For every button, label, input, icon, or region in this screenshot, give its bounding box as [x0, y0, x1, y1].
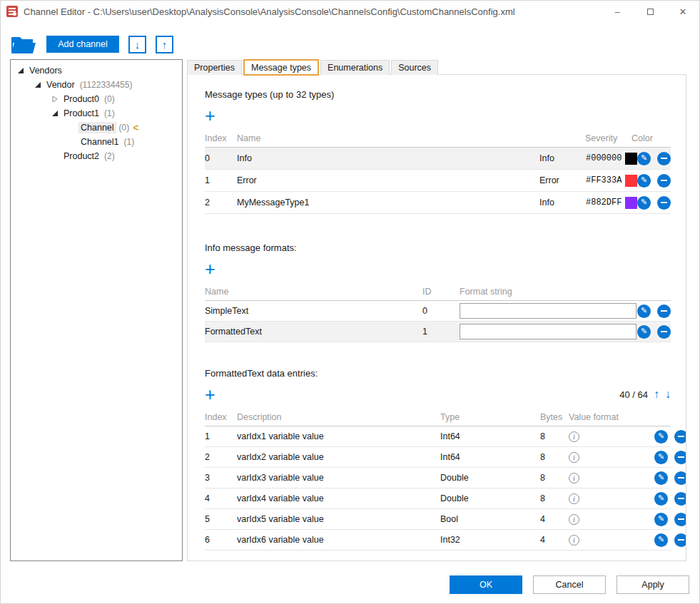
tab-enumerations[interactable]: Enumerations: [320, 60, 390, 75]
edit-button[interactable]: ✎: [637, 174, 651, 188]
apply-button[interactable]: Apply: [617, 575, 689, 594]
tab-properties[interactable]: Properties: [187, 60, 242, 75]
data-entry-row[interactable]: 3 varIdx3 variable value Double 8 i ✎: [205, 468, 671, 488]
info-formats-header: Name ID Format string: [205, 282, 671, 301]
pencil-icon: ✎: [641, 307, 647, 314]
value-format-info-icon[interactable]: i: [569, 535, 579, 546]
remove-button[interactable]: [657, 196, 671, 210]
edit-button[interactable]: ✎: [637, 325, 651, 339]
message-type-row[interactable]: 0 Info Info #000000 ✎: [205, 148, 671, 170]
edit-button[interactable]: ✎: [637, 304, 651, 318]
cell-severity: Error: [539, 175, 586, 185]
value-format-info-icon[interactable]: i: [569, 473, 579, 483]
edit-button[interactable]: ✎: [654, 533, 668, 547]
edit-button[interactable]: ✎: [637, 196, 651, 210]
cell-index: 4: [205, 493, 237, 503]
cell-index: 3: [205, 473, 237, 483]
remove-button[interactable]: [674, 513, 686, 526]
add-format-button[interactable]: +: [205, 261, 220, 277]
remove-button[interactable]: [657, 325, 671, 339]
remove-button[interactable]: [674, 430, 686, 444]
value-format-info-icon[interactable]: i: [569, 493, 579, 504]
edit-button[interactable]: ✎: [654, 430, 668, 444]
tree-item-product2[interactable]: Product2 (2): [11, 149, 182, 163]
message-type-row[interactable]: 1 Error Error #FF333A ✎: [205, 170, 671, 192]
tree-item-product0[interactable]: Product0 (0): [11, 92, 182, 106]
tree-item-channel[interactable]: Channel (0) <: [11, 121, 182, 135]
cell-bytes: 8: [540, 452, 569, 462]
remove-button[interactable]: [674, 471, 686, 485]
remove-button[interactable]: [674, 492, 686, 506]
tree-item-channel1[interactable]: Channel1 (1): [11, 135, 182, 149]
edit-button[interactable]: ✎: [654, 513, 668, 526]
open-file-button[interactable]: [11, 35, 36, 54]
move-up-button[interactable]: ↑: [156, 36, 173, 53]
tree-item-product1[interactable]: Product1 (1): [11, 106, 182, 121]
expander-collapsed-icon[interactable]: [51, 96, 59, 103]
tree-item-count: (2): [104, 151, 115, 161]
maximize-button[interactable]: [634, 1, 666, 22]
expander-expanded-icon[interactable]: [17, 67, 24, 74]
cell-type: Int64: [440, 431, 540, 441]
ok-button[interactable]: OK: [450, 575, 522, 594]
tree-item-vendor[interactable]: Vendor (1122334455): [11, 78, 182, 92]
data-entries-section-title: FormattedText data entries:: [205, 368, 671, 379]
entries-counter: 40 / 64: [619, 389, 648, 400]
add-data-entry-button[interactable]: +: [205, 387, 220, 402]
format-string-input[interactable]: [460, 303, 636, 319]
cell-description: varIdx5 variable value: [237, 514, 440, 524]
data-entry-row[interactable]: 4 varIdx4 variable value Double 8 i ✎: [205, 488, 671, 509]
cell-index: 2: [205, 198, 237, 208]
tree-item-count: (1): [124, 137, 135, 147]
folder-icon: [11, 35, 36, 54]
expander-expanded-icon[interactable]: [51, 110, 59, 117]
tab-message-types[interactable]: Message types: [243, 59, 319, 76]
cell-type: Bool: [440, 514, 540, 524]
move-down-button[interactable]: ↓: [128, 36, 146, 53]
data-entry-row[interactable]: 6 varIdx6 variable value Int32 4 i ✎: [205, 530, 671, 551]
remove-button[interactable]: [674, 533, 686, 547]
tree-item-label: Channel1: [78, 136, 121, 148]
close-button[interactable]: ✕: [666, 1, 699, 22]
cell-name: Error: [237, 175, 539, 185]
move-entry-up-button[interactable]: ↑: [654, 388, 659, 401]
add-message-type-button[interactable]: +: [205, 108, 220, 123]
remove-button[interactable]: [657, 152, 671, 165]
remove-button[interactable]: [657, 304, 671, 318]
message-type-row[interactable]: 2 MyMessageType1 Info #882DFF ✎: [205, 192, 671, 214]
data-entry-row[interactable]: 1 varIdx1 variable value Int64 8 i ✎: [205, 426, 671, 447]
move-entry-down-button[interactable]: ↓: [665, 388, 671, 401]
tree-item-count: (0): [119, 123, 130, 133]
edit-button[interactable]: ✎: [654, 471, 668, 485]
value-format-info-icon[interactable]: i: [569, 431, 579, 442]
col-header-bytes: Bytes: [540, 412, 569, 422]
value-format-info-icon[interactable]: i: [569, 514, 579, 525]
tree-item-vendors[interactable]: Vendors: [11, 63, 182, 78]
pencil-icon: ✎: [641, 198, 647, 206]
data-entry-row[interactable]: 2 varIdx2 variable value Int64 8 i ✎: [205, 447, 671, 468]
format-row[interactable]: SimpleText 0 ✎: [205, 301, 671, 322]
format-row[interactable]: FormattedText 1 ✎: [205, 322, 671, 342]
format-string-input[interactable]: [460, 324, 636, 339]
color-swatch[interactable]: [625, 175, 637, 187]
color-swatch[interactable]: [625, 197, 637, 209]
value-format-info-icon[interactable]: i: [569, 452, 579, 463]
minus-icon: [678, 498, 684, 499]
data-entry-row[interactable]: 5 varIdx5 variable value Bool 4 i ✎: [205, 509, 671, 530]
edit-button[interactable]: ✎: [654, 492, 668, 506]
cell-description: varIdx4 variable value: [237, 493, 440, 503]
edit-button[interactable]: ✎: [637, 152, 651, 165]
minus-icon: [661, 331, 667, 332]
color-swatch[interactable]: [625, 153, 637, 165]
cell-name: FormattedText: [205, 327, 422, 337]
remove-button[interactable]: [674, 451, 686, 464]
remove-button[interactable]: [657, 174, 671, 188]
expander-expanded-icon[interactable]: [34, 81, 41, 88]
minus-icon: [678, 539, 684, 541]
edit-button[interactable]: ✎: [654, 451, 668, 464]
minimize-button[interactable]: –: [601, 1, 634, 22]
cancel-button[interactable]: Cancel: [533, 575, 606, 594]
tab-sources[interactable]: Sources: [391, 60, 438, 75]
maximize-icon: [647, 9, 654, 15]
add-channel-button[interactable]: Add channel: [46, 36, 119, 53]
